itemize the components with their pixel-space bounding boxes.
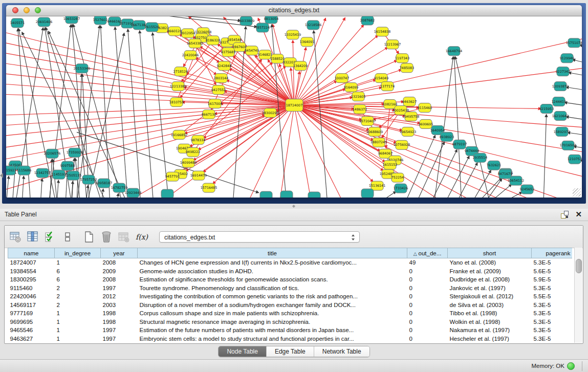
- network-node[interactable]: 18807249: [371, 138, 387, 147]
- network-node[interactable]: 2087682: [360, 16, 375, 25]
- table-cell[interactable]: 1997: [101, 326, 138, 335]
- network-node[interactable]: 12093872: [552, 82, 569, 91]
- network-node[interactable]: 1733426: [394, 184, 408, 193]
- table-cell[interactable]: 1: [55, 335, 101, 343]
- table-cell[interactable]: 0: [407, 284, 448, 293]
- table-cell[interactable]: 0: [407, 326, 448, 335]
- column-header-year[interactable]: year: [101, 248, 138, 258]
- network-node[interactable]: 15892971: [554, 127, 570, 136]
- network-edge[interactable]: [6, 105, 294, 127]
- table-cell[interactable]: Disruption of a novel member of a sodium…: [138, 301, 407, 310]
- network-node[interactable]: 16543382: [187, 39, 203, 48]
- close-panel-icon[interactable]: ✕: [575, 210, 582, 219]
- network-edge[interactable]: [6, 72, 294, 105]
- network-node[interactable]: 8454749: [245, 46, 259, 55]
- column-header-name[interactable]: name: [8, 248, 55, 258]
- table-columns-icon[interactable]: [26, 230, 39, 244]
- network-node[interactable]: 9242848: [217, 61, 231, 71]
- column-header-pagerank[interactable]: pagerank: [532, 248, 573, 258]
- network-node[interactable]: 1210753: [568, 155, 582, 164]
- table-cell[interactable]: 1: [55, 326, 101, 335]
- network-edge[interactable]: [6, 60, 294, 105]
- table-cell[interactable]: Genome-wide association studies in ADHD.: [138, 267, 407, 276]
- network-node[interactable]: 1405571: [10, 18, 25, 28]
- network-edge[interactable]: [569, 73, 582, 77]
- table-scrollbar[interactable]: [574, 248, 582, 343]
- table-cell[interactable]: 5.3E-5: [532, 335, 573, 343]
- table-selector-dropdown[interactable]: citations_edges.txt: [159, 231, 360, 243]
- network-node[interactable]: 9457791: [165, 172, 180, 181]
- column-header-short[interactable]: short: [448, 248, 532, 258]
- network-node[interactable]: 10756928: [394, 140, 410, 149]
- network-node[interactable]: 8471679: [498, 169, 512, 179]
- network-node[interactable]: 2803144: [214, 74, 228, 83]
- table-cell[interactable]: Stergiakouli et al. (2012): [448, 292, 532, 301]
- table-row[interactable]: 1938455462009Genome-wide association stu…: [8, 267, 573, 276]
- network-node[interactable]: 1617004: [208, 99, 222, 108]
- table-cell[interactable]: 5.3E-5: [532, 309, 573, 318]
- network-node[interactable]: 17359928: [67, 148, 83, 157]
- network-edge[interactable]: [294, 48, 306, 105]
- function-builder-icon[interactable]: f(x): [136, 233, 148, 241]
- network-node[interactable]: 17957253: [80, 175, 97, 184]
- table-cell[interactable]: Structural magnetic resonance image aver…: [138, 318, 407, 326]
- window-resize-grip[interactable]: [573, 188, 581, 196]
- network-node[interactable]: 7632621: [487, 161, 501, 170]
- network-node[interactable]: 13218586: [305, 20, 321, 30]
- table-row[interactable]: 1872400712008Changes of HCN gene express…: [8, 258, 573, 267]
- network-node[interactable]: 8813054: [264, 16, 278, 24]
- table-cell[interactable]: 5.9E-5: [532, 275, 573, 284]
- table-cell[interactable]: Nakamura et al. (1997): [448, 326, 532, 335]
- network-node[interactable]: 10958187: [96, 179, 112, 188]
- float-panel-icon[interactable]: [561, 211, 569, 218]
- table-cell[interactable]: 5.3E-5: [532, 284, 573, 293]
- network-node[interactable]: 9498222: [186, 147, 200, 157]
- row-height-icon[interactable]: [61, 230, 74, 244]
- network-node[interactable]: 16154838: [374, 27, 390, 36]
- network-node[interactable]: 9115460: [418, 103, 432, 113]
- network-node[interactable]: [361, 189, 374, 198]
- table-cell[interactable]: Investigating the contribution of common…: [138, 292, 407, 301]
- table-cell[interactable]: 2: [55, 292, 101, 301]
- table-cell[interactable]: 5.5E-5: [532, 292, 573, 301]
- network-hub-node[interactable]: 18724007: [286, 99, 303, 112]
- network-edge[interactable]: [73, 25, 123, 198]
- table-cell[interactable]: de Silva et al. (2003): [448, 301, 532, 310]
- column-header-title[interactable]: title: [138, 248, 407, 258]
- network-node[interactable]: 19495758: [403, 112, 419, 121]
- table-cell[interactable]: 0: [407, 267, 448, 276]
- table-cell[interactable]: 14569117: [8, 301, 55, 310]
- network-node[interactable]: 18300295: [262, 108, 278, 117]
- table-row[interactable]: 911546021997Tourette syndrome. Phenomeno…: [8, 284, 573, 293]
- table-cell[interactable]: 9777169: [8, 309, 55, 318]
- network-node[interactable]: 10653287: [63, 16, 80, 24]
- network-node[interactable]: 15716485: [201, 183, 217, 192]
- network-node[interactable]: [260, 191, 272, 198]
- network-node[interactable]: 1364209: [293, 61, 308, 71]
- table-cell[interactable]: 1997: [101, 335, 138, 343]
- network-edge[interactable]: [169, 16, 241, 20]
- network-node[interactable]: 1364091: [300, 37, 314, 47]
- table-row[interactable]: 969969511998Structural magnetic resonanc…: [8, 318, 573, 326]
- table-cell[interactable]: 1: [55, 318, 101, 326]
- network-node[interactable]: 14099489: [180, 158, 197, 167]
- network-window-titlebar[interactable]: citations_edges.txt: [6, 5, 582, 16]
- table-cell[interactable]: 0: [407, 292, 448, 301]
- table-cell[interactable]: 0: [407, 301, 448, 310]
- network-edge[interactable]: [57, 180, 58, 198]
- network-node[interactable]: 20153346: [74, 64, 90, 73]
- network-node[interactable]: 17016504: [560, 141, 576, 150]
- network-node[interactable]: 7615526: [145, 23, 159, 32]
- network-node[interactable]: 1377174: [380, 82, 395, 91]
- network-node[interactable]: 1145193: [52, 170, 66, 179]
- table-cell[interactable]: 1: [55, 258, 101, 267]
- table-cell[interactable]: 9465546: [8, 326, 55, 335]
- network-edge[interactable]: [294, 37, 582, 105]
- table-cell[interactable]: 2: [55, 284, 101, 293]
- table-cell[interactable]: 19384554: [8, 267, 55, 276]
- table-cell[interactable]: 2008: [101, 258, 138, 267]
- table-cell[interactable]: 2009: [101, 267, 138, 276]
- network-edge[interactable]: [40, 179, 42, 198]
- new-table-icon[interactable]: [82, 230, 96, 244]
- network-edge[interactable]: [6, 105, 294, 116]
